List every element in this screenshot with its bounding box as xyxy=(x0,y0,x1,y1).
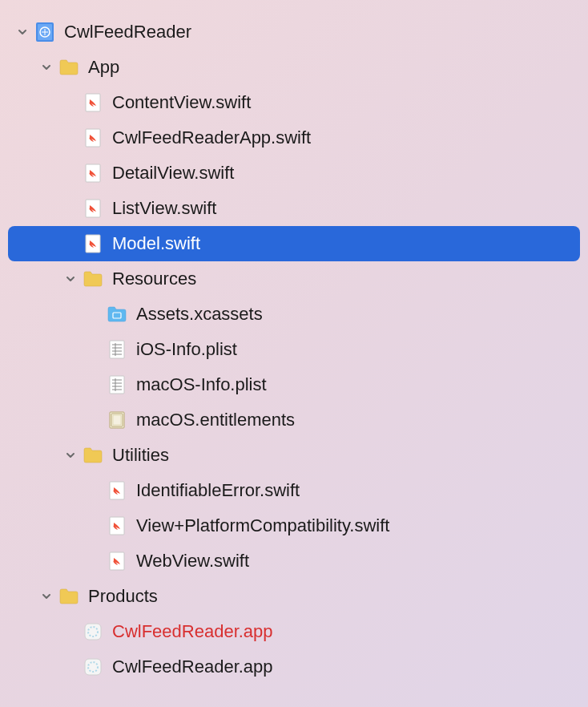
svg-rect-9 xyxy=(110,341,124,358)
tree-row-file[interactable]: IdentifiableError.swift xyxy=(8,473,580,508)
tree-row-resources-group[interactable]: Resources xyxy=(8,261,580,297)
file-label: iOS-Info.plist xyxy=(136,339,237,360)
swift-file-icon xyxy=(82,232,104,255)
swift-file-icon xyxy=(82,162,104,184)
file-label: macOS.entitlements xyxy=(136,410,295,430)
swift-file-icon xyxy=(82,197,104,220)
swift-file-icon xyxy=(106,479,128,502)
swift-file-icon xyxy=(82,91,104,114)
project-label: CwlFeedReader xyxy=(64,22,191,42)
swift-file-icon xyxy=(106,515,128,537)
chevron-down-icon[interactable] xyxy=(16,26,29,38)
folder-icon xyxy=(58,56,80,79)
group-label: Resources xyxy=(112,269,196,289)
tree-row-file[interactable]: WebView.swift xyxy=(8,543,580,579)
tree-row-project[interactable]: CwlFeedReader xyxy=(8,14,580,50)
folder-icon xyxy=(82,268,104,290)
tree-row-file[interactable]: CwlFeedReaderApp.swift xyxy=(8,120,580,156)
entitlements-file-icon xyxy=(106,409,128,431)
group-label: Products xyxy=(88,586,158,607)
tree-row-product[interactable]: CwlFeedReader.app xyxy=(8,649,580,685)
chevron-down-icon[interactable] xyxy=(64,449,77,462)
tree-row-file[interactable]: macOS-Info.plist xyxy=(8,367,580,402)
file-label: IdentifiableError.swift xyxy=(136,480,300,501)
swift-file-icon xyxy=(82,127,104,149)
plist-file-icon xyxy=(106,338,128,361)
tree-row-products-group[interactable]: Products xyxy=(8,579,580,614)
chevron-down-icon[interactable] xyxy=(40,61,53,74)
group-label: App xyxy=(88,57,119,78)
file-label: WebView.swift xyxy=(136,551,249,572)
svg-rect-21 xyxy=(110,412,124,428)
tree-row-file-selected[interactable]: Model.swift xyxy=(8,226,580,261)
chevron-down-icon[interactable] xyxy=(64,273,77,285)
tree-row-file[interactable]: DetailView.swift xyxy=(8,156,580,191)
file-label: CwlFeedReader.app xyxy=(112,621,273,642)
file-label: macOS-Info.plist xyxy=(136,374,267,395)
svg-rect-15 xyxy=(110,376,124,394)
app-product-icon xyxy=(82,620,104,643)
file-label: Assets.xcassets xyxy=(136,304,263,325)
tree-row-file[interactable]: Assets.xcassets xyxy=(8,297,580,332)
folder-icon xyxy=(82,444,104,467)
file-label: CwlFeedReaderApp.swift xyxy=(112,127,311,148)
tree-row-file[interactable]: ListView.swift xyxy=(8,191,580,226)
tree-row-file[interactable]: View+PlatformCompatibility.swift xyxy=(8,508,580,543)
tree-row-file[interactable]: macOS.entitlements xyxy=(8,402,580,438)
tree-row-file[interactable]: ContentView.swift xyxy=(8,85,580,120)
chevron-down-icon[interactable] xyxy=(40,590,53,603)
file-label: View+PlatformCompatibility.swift xyxy=(136,515,389,536)
file-label: Model.swift xyxy=(112,233,200,254)
tree-row-product-missing[interactable]: CwlFeedReader.app xyxy=(8,614,580,649)
file-label: CwlFeedReader.app xyxy=(112,656,273,677)
file-label: ContentView.swift xyxy=(112,92,251,113)
tree-row-file[interactable]: iOS-Info.plist xyxy=(8,332,580,367)
app-product-icon xyxy=(82,656,104,678)
tree-row-utilities-group[interactable]: Utilities xyxy=(8,438,580,473)
tree-row-app-group[interactable]: App xyxy=(8,50,580,85)
file-label: DetailView.swift xyxy=(112,163,234,184)
assets-folder-icon xyxy=(106,303,128,325)
plist-file-icon xyxy=(106,374,128,396)
group-label: Utilities xyxy=(112,445,169,466)
swift-file-icon xyxy=(106,550,128,572)
folder-icon xyxy=(58,585,80,608)
file-label: ListView.swift xyxy=(112,198,216,219)
xcode-project-icon xyxy=(34,21,56,43)
